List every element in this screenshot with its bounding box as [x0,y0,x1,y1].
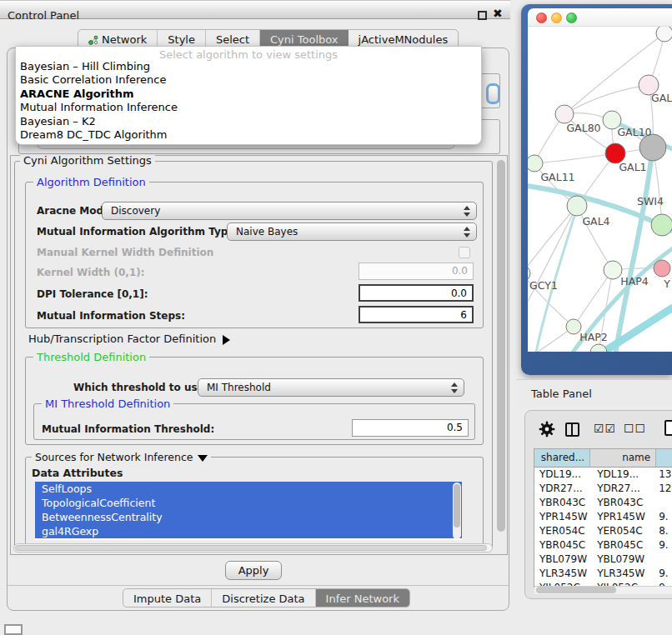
table-cell: YER054C [534,524,590,538]
kernel-width-field[interactable]: 0.0 [359,262,474,280]
table-row[interactable]: YBL079WYBL079W [534,552,672,567]
apply-button[interactable]: Apply [225,561,282,580]
table-row[interactable]: YDL19...YDL19...13 [534,468,672,482]
mac-zoom-icon[interactable] [566,12,577,23]
network-edge[interactable] [534,153,615,163]
minimized-panel-icon[interactable] [4,624,23,635]
table-hscrollbar-thumb[interactable] [536,587,616,593]
table-cell: 9. [656,510,672,524]
network-node[interactable] [567,196,587,216]
table-cell [656,552,672,567]
mi-algorithm-type-label: Mutual Information Algorithm Type: [37,226,238,238]
table-cell: YBR045C [590,538,656,552]
columns-icon[interactable] [565,422,579,437]
table-cell: YBR043C [590,496,656,510]
table-row[interactable]: YPR145WYPR145W9. [534,510,672,524]
hub-transcription-factor-toggle[interactable]: Hub/Transcription Factor Definition [28,332,235,345]
data-attributes-list[interactable]: SelfLoopsTopologicalCoefficientBetweenne… [35,482,462,540]
table-cell: 13 [656,468,672,482]
network-node-label: GAL1 [619,161,646,173]
table-panel-title: Table Panel [531,388,592,400]
gear-icon[interactable] [539,421,555,441]
network-edge[interactable] [528,206,577,273]
float-panel-icon[interactable] [478,11,487,20]
network-edge[interactable] [564,85,649,114]
dpi-tolerance-label: DPI Tolerance [0,1]: [37,288,148,300]
table-cell: YBL079W [534,552,590,567]
column-header-name[interactable]: name [590,449,656,467]
network-graph: GALGAL80GAL10GAL1GAL11GAL4SWI4GCY1HAP4YH… [528,27,672,352]
algorithm-option[interactable]: Bayesian – Hill Climbing [16,60,481,73]
aracne-mode-value: Discovery [111,205,160,217]
algorithm-dropdown-placeholder: Select algorithm to view settings [16,47,481,60]
table-row[interactable]: YBR045CYBR045C9. [534,538,672,552]
cyni-algorithm-settings-title: Cyni Algorithm Settings [20,154,155,167]
close-panel-icon[interactable]: ✖ [493,7,503,20]
control-panel-title: Control Panel [8,9,79,22]
deselect-all-checkboxes-icon[interactable]: ☐☐ [624,422,646,435]
data-attribute-item[interactable]: TopologicalCoefficient [35,496,462,510]
spinner-arrows-icon [463,227,470,238]
dpi-tolerance-field[interactable]: 0.0 [359,284,474,302]
network-edge[interactable] [564,33,664,114]
network-canvas[interactable]: GALGAL80GAL10GAL1GAL11GAL4SWI4GCY1HAP4YH… [528,27,672,352]
data-attribute-item[interactable]: BetweennessCentrality [35,510,462,524]
select-all-checkboxes-icon[interactable]: ☑☑ [594,422,616,435]
algorithm-option[interactable]: ARACNE Algorithm [16,88,481,101]
algorithm-option[interactable]: Mutual Information Inference [16,101,481,114]
network-node[interactable] [654,260,670,277]
tab-discretize-data[interactable]: Discretize Data [212,589,315,607]
table-row[interactable]: YDR27...YDR27...12 [534,482,672,496]
mi-algorithm-type-combo[interactable]: Naive Bayes [227,222,477,241]
column-header-shared-name[interactable]: shared... [534,449,590,467]
algorithm-dropdown-items: Bayesian – Hill ClimbingBasic Correlatio… [16,60,481,142]
network-node-label: SWI4 [637,195,664,208]
table-cell: YLR345W [534,567,590,581]
table-row[interactable]: YLR345WYLR345W9. [534,567,672,581]
report-icon[interactable] [664,420,672,436]
network-node[interactable] [528,155,543,172]
network-window-titlebar[interactable] [528,8,672,27]
aracne-mode-combo[interactable]: Discovery [102,202,477,220]
network-node[interactable] [590,344,607,352]
table-cell: YER054C [590,524,656,538]
algorithm-option[interactable]: Dream8 DC_TDC Algorithm [16,128,481,142]
focused-combo-spinner[interactable] [486,83,500,104]
algorithm-option[interactable]: Basic Correlation Inference [16,73,481,87]
settings-hscrollbar-thumb[interactable] [15,545,487,551]
data-attribute-item[interactable]: gal4RGexp [35,524,462,538]
settings-vscrollbar-thumb[interactable] [497,160,505,532]
manual-kernel-width-label: Manual Kernel Width Definition [37,247,213,258]
data-attributes-label: Data Attributes [32,467,123,479]
network-node-label: Y [663,278,670,290]
network-node-label: HAP2 [579,331,607,343]
network-node[interactable] [656,27,672,42]
table-cell: YDL19... [534,468,590,482]
which-threshold-label: Which threshold to use: [73,382,208,393]
network-node-label: GCY1 [529,279,558,292]
table-cell: YPR145W [590,510,656,524]
table-row[interactable]: YER054CYER054C8. [534,524,672,538]
algorithm-option[interactable]: Bayesian – K2 [16,115,481,128]
network-node[interactable] [604,261,622,279]
network-edge[interactable] [574,270,613,327]
network-node[interactable] [651,214,672,236]
network-node-label: GAL80 [566,122,600,134]
attributes-scrollbar-thumb[interactable] [454,484,460,528]
table-row[interactable]: YBR043CYBR043C [534,496,672,510]
tab-infer-network[interactable]: Infer Network [316,589,409,607]
network-node-label: GAL4 [582,215,609,228]
mi-threshold-field[interactable]: 0.5 [352,419,469,437]
mi-steps-field[interactable]: 6 [359,306,474,323]
manual-kernel-width-checkbox[interactable] [459,247,470,258]
mac-close-icon[interactable] [536,12,547,23]
column-header-clipped[interactable] [656,449,672,467]
table-cell: YPR145W [534,510,590,524]
table-cell: YLR345W [590,567,656,581]
data-attribute-item[interactable]: SelfLoops [35,482,462,496]
sources-title[interactable]: Sources for Network Inference [32,451,211,467]
tab-impute-data[interactable]: Impute Data [123,589,212,607]
network-node[interactable] [555,105,574,123]
which-threshold-combo[interactable]: MI Threshold [198,378,464,397]
mac-minimize-icon[interactable] [551,12,562,23]
